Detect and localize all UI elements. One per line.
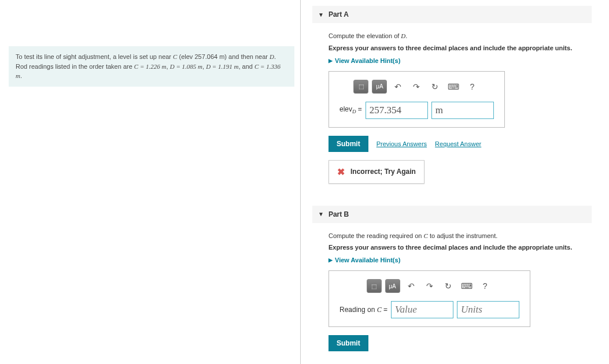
- keyboard-button[interactable]: ⌨: [446, 80, 461, 94]
- part-b-header[interactable]: ▼ Part B: [312, 206, 592, 223]
- problem-statement: To test its line of sight adjustment, a …: [9, 46, 294, 87]
- input-label-b: Reading on C =: [339, 306, 387, 314]
- hints-label-b: View Available Hint(s): [335, 257, 400, 263]
- redo-button[interactable]: ↷: [409, 80, 424, 94]
- input-row-a: elevD =: [339, 102, 494, 119]
- units-input-b[interactable]: [457, 301, 519, 318]
- part-a-instruction: Compute the elevation of D.: [329, 31, 586, 41]
- mu-icon: μA: [376, 83, 383, 90]
- previous-answers-link[interactable]: Previous Answers: [377, 140, 427, 147]
- feedback-text: Incorrect; Try Again: [350, 168, 416, 176]
- incorrect-icon: ✖: [337, 166, 345, 177]
- hints-label: View Available Hint(s): [335, 57, 400, 64]
- value-input-a[interactable]: [366, 102, 428, 119]
- mu-icon: μA: [389, 283, 396, 289]
- input-label-a: elevD =: [339, 105, 362, 114]
- caret-down-icon: ▼: [318, 12, 324, 18]
- reset-icon: ↻: [445, 281, 452, 291]
- toolbar-b: ⬚ μA ↶ ↷ ↻ ⌨ ?: [339, 279, 519, 293]
- redo-icon: ↷: [426, 281, 433, 291]
- template-button[interactable]: ⬚: [353, 80, 368, 94]
- keyboard-button[interactable]: ⌨: [459, 279, 474, 293]
- view-hints-b[interactable]: ▶ View Available Hint(s): [329, 257, 586, 263]
- caret-down-icon: ▼: [318, 211, 324, 217]
- help-icon: ?: [483, 281, 488, 291]
- help-icon: ?: [470, 82, 475, 91]
- answer-box-a: ⬚ μA ↶ ↷ ↻ ⌨ ? elevD =: [329, 71, 505, 128]
- reset-button[interactable]: ↻: [427, 80, 442, 94]
- submit-button-b[interactable]: Submit: [329, 335, 368, 351]
- actions-b: Submit: [329, 335, 586, 351]
- actions-a: Submit Previous Answers Request Answer: [329, 136, 586, 152]
- template-button[interactable]: ⬚: [367, 279, 382, 293]
- part-b-instruction: Compute the reading required on C to adj…: [329, 231, 586, 241]
- part-a-body: Compute the elevation of D. Express your…: [312, 31, 592, 195]
- redo-icon: ↷: [413, 82, 420, 91]
- template-icon: ⬚: [371, 283, 377, 289]
- part-b-format: Express your answers to three decimal pl…: [329, 244, 586, 251]
- keyboard-icon: ⌨: [461, 281, 473, 291]
- keyboard-icon: ⌨: [448, 82, 459, 91]
- submit-button-a[interactable]: Submit: [329, 136, 368, 152]
- value-input-b[interactable]: [391, 301, 453, 318]
- toolbar-a: ⬚ μA ↶ ↷ ↻ ⌨ ?: [339, 80, 494, 94]
- answer-box-b: ⬚ μA ↶ ↷ ↻ ⌨ ? Reading on C =: [329, 270, 530, 327]
- part-a-format: Express your answers to three decimal pl…: [329, 44, 586, 51]
- reset-icon: ↻: [431, 82, 438, 91]
- reset-button[interactable]: ↻: [441, 279, 456, 293]
- undo-icon: ↶: [394, 82, 401, 91]
- template-icon: ⬚: [359, 83, 364, 90]
- symbols-button[interactable]: μA: [385, 279, 400, 293]
- help-button[interactable]: ?: [478, 279, 493, 293]
- right-panel: ▼ Part A Compute the elevation of D. Exp…: [301, 0, 609, 364]
- feedback-box-a: ✖ Incorrect; Try Again: [329, 160, 425, 184]
- units-input-a[interactable]: [431, 102, 494, 119]
- undo-icon: ↶: [408, 281, 415, 291]
- input-row-b: Reading on C =: [339, 301, 519, 318]
- view-hints-a[interactable]: ▶ View Available Hint(s): [329, 57, 586, 64]
- undo-button[interactable]: ↶: [390, 80, 405, 94]
- part-b-title: Part B: [329, 210, 349, 218]
- left-panel: To test its line of sight adjustment, a …: [0, 0, 301, 364]
- caret-right-icon: ▶: [329, 58, 333, 64]
- part-a-header[interactable]: ▼ Part A: [312, 6, 592, 23]
- undo-button[interactable]: ↶: [404, 279, 419, 293]
- help-button[interactable]: ?: [464, 80, 479, 94]
- symbols-button[interactable]: μA: [372, 80, 387, 94]
- caret-right-icon: ▶: [329, 257, 333, 263]
- request-answer-link[interactable]: Request Answer: [435, 140, 481, 147]
- redo-button[interactable]: ↷: [422, 279, 437, 293]
- part-a-title: Part A: [329, 10, 349, 18]
- part-b-body: Compute the reading required on C to adj…: [312, 231, 592, 365]
